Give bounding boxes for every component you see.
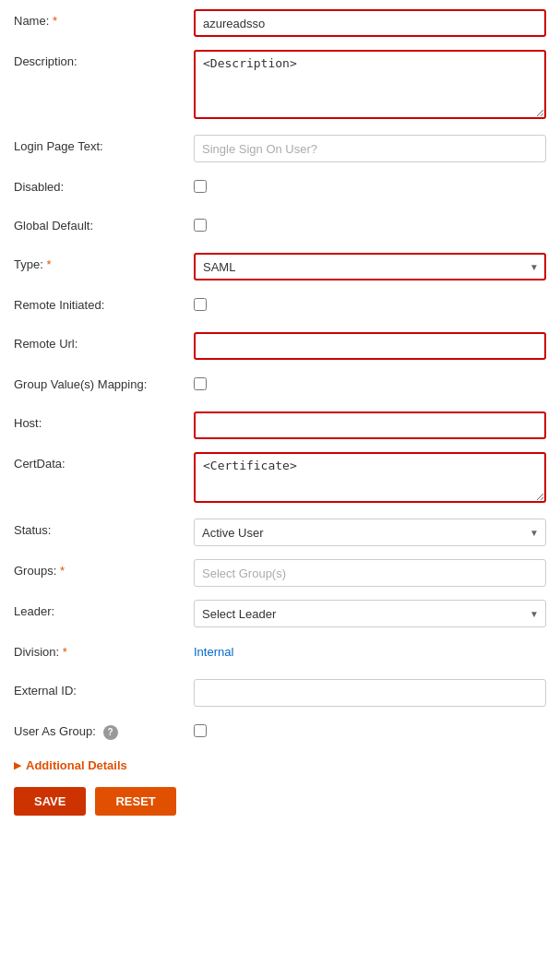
status-row: Status: Active User Inactive User ▼ (14, 519, 546, 546)
group-values-mapping-checkbox-wrap (194, 373, 546, 393)
description-row: Description: <Description> (14, 50, 546, 122)
division-value-wrap: Internal (194, 640, 546, 659)
group-values-mapping-checkbox[interactable] (194, 377, 207, 390)
remote-initiated-label: Remote Initiated: (14, 293, 194, 312)
certdata-input-wrap: <Certificate> (194, 452, 546, 506)
host-input[interactable] (194, 411, 546, 439)
type-dropdown-wrap: SAML LDAP Local ▼ (194, 253, 546, 280)
remote-url-row: Remote Url: (14, 332, 546, 360)
external-id-input[interactable] (194, 679, 546, 707)
host-row: Host: (14, 411, 546, 439)
division-row: Division: * Internal (14, 640, 546, 666)
user-as-group-row: User As Group: ? (14, 720, 546, 745)
description-input-wrap: <Description> (194, 50, 546, 122)
disabled-row: Disabled: (14, 175, 546, 201)
leader-select[interactable]: Select Leader (194, 600, 546, 627)
type-select[interactable]: SAML LDAP Local (194, 253, 546, 280)
external-id-label: External ID: (14, 679, 194, 698)
division-link[interactable]: Internal (194, 640, 233, 659)
reset-button[interactable]: RESET (95, 787, 175, 816)
additional-details-triangle-icon: ▶ (14, 759, 21, 771)
remote-url-input[interactable] (194, 332, 546, 360)
host-input-wrap (194, 411, 546, 439)
external-id-row: External ID: (14, 679, 546, 707)
status-dropdown-wrap: Active User Inactive User ▼ (194, 519, 546, 546)
user-as-group-label: User As Group: ? (14, 720, 194, 740)
leader-label: Leader: (14, 600, 194, 618)
form-container: Name: * Description: <Description> Login… (0, 0, 560, 834)
remote-url-input-wrap (194, 332, 546, 360)
division-label: Division: * (14, 640, 194, 659)
name-label: Name: * (14, 9, 194, 28)
leader-dropdown-wrap: Select Leader ▼ (194, 600, 546, 627)
remote-url-label: Remote Url: (14, 332, 194, 351)
additional-details-label[interactable]: Additional Details (26, 758, 127, 772)
groups-input[interactable] (194, 559, 546, 587)
group-values-mapping-label: Group Value(s) Mapping: (14, 373, 194, 391)
global-default-row: Global Default: (14, 214, 546, 240)
type-select-wrap: SAML LDAP Local ▼ (194, 253, 546, 280)
groups-label: Groups: * (14, 559, 194, 578)
login-page-text-input[interactable] (194, 135, 546, 162)
user-as-group-checkbox-wrap (194, 720, 546, 740)
description-label: Description: (14, 50, 194, 68)
certdata-textarea[interactable]: <Certificate> (194, 452, 546, 503)
status-select[interactable]: Active User Inactive User (194, 519, 546, 546)
group-values-mapping-row: Group Value(s) Mapping: (14, 373, 546, 399)
external-id-input-wrap (194, 679, 546, 707)
additional-details-row[interactable]: ▶ Additional Details (14, 758, 546, 772)
global-default-checkbox-wrap (194, 214, 546, 234)
global-default-label: Global Default: (14, 214, 194, 233)
user-as-group-help-icon[interactable]: ? (103, 725, 118, 740)
description-textarea[interactable]: <Description> (194, 50, 546, 119)
type-row: Type: * SAML LDAP Local ▼ (14, 253, 546, 280)
remote-initiated-checkbox-wrap (194, 293, 546, 314)
remote-initiated-row: Remote Initiated: (14, 293, 546, 319)
save-button[interactable]: SAVE (14, 787, 86, 816)
remote-initiated-checkbox[interactable] (194, 298, 207, 311)
certdata-row: CertData: <Certificate> (14, 452, 546, 506)
name-input-wrap (194, 9, 546, 37)
global-default-checkbox[interactable] (194, 219, 207, 232)
disabled-checkbox[interactable] (194, 180, 207, 193)
button-row: SAVE RESET (14, 787, 546, 816)
leader-select-wrap: Select Leader ▼ (194, 600, 546, 627)
login-page-text-row: Login Page Text: (14, 135, 546, 162)
status-select-wrap: Active User Inactive User ▼ (194, 519, 546, 546)
disabled-label: Disabled: (14, 175, 194, 194)
groups-input-wrap (194, 559, 546, 587)
leader-row: Leader: Select Leader ▼ (14, 600, 546, 627)
login-page-text-label: Login Page Text: (14, 135, 194, 153)
host-label: Host: (14, 411, 194, 430)
name-row: Name: * (14, 9, 546, 37)
user-as-group-checkbox[interactable] (194, 724, 207, 737)
status-label: Status: (14, 519, 194, 537)
type-label: Type: * (14, 253, 194, 271)
login-page-text-wrap (194, 135, 546, 162)
groups-row: Groups: * (14, 559, 546, 587)
name-input[interactable] (194, 9, 546, 37)
certdata-label: CertData: (14, 452, 194, 471)
disabled-checkbox-wrap (194, 175, 546, 196)
